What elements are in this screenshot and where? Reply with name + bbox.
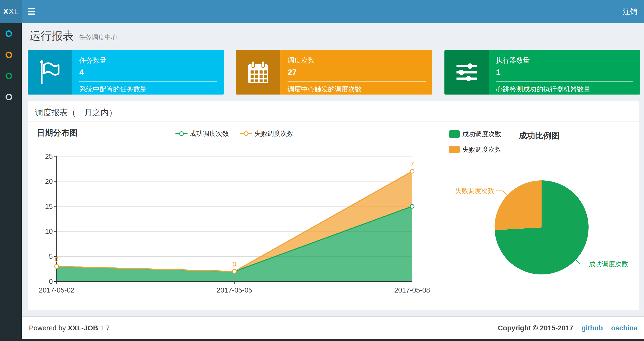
github-link[interactable]: github — [582, 324, 603, 332]
svg-text:失败调度次数: 失败调度次数 — [455, 187, 494, 194]
svg-text:25: 25 — [45, 152, 53, 160]
svg-text:2017-05-05: 2017-05-05 — [216, 286, 252, 294]
stat-desc: 调度中心触发的调度次数 — [288, 85, 426, 94]
page-subtitle: 任务调度中心 — [78, 34, 118, 41]
oschina-link[interactable]: oschina — [611, 324, 638, 332]
stat-desc: 系统中配置的任务数量 — [79, 85, 217, 94]
stat-card-triggers: 调度次数 27 调度中心触发的调度次数 — [236, 50, 432, 95]
stat-label: 任务数量 — [79, 56, 217, 65]
sidebar-item-menu-executor-manage[interactable] — [6, 94, 12, 100]
hamburger-icon — [28, 8, 35, 10]
svg-text:10: 10 — [45, 227, 53, 235]
app-logo[interactable]: XXL — [0, 0, 22, 23]
bottom-strip — [0, 339, 644, 341]
svg-text:20: 20 — [45, 177, 53, 185]
stat-card-executors: 执行器数量 1 心跳检测成功的执行器机器数量 — [444, 50, 640, 95]
svg-text:0: 0 — [55, 256, 58, 263]
svg-text:2017-05-08: 2017-05-08 — [394, 286, 430, 294]
sidebar-item-menu-job-manage[interactable] — [6, 52, 12, 58]
sidebar-item-menu-job-log[interactable] — [6, 73, 12, 79]
stat-card-jobs: 任务数量 4 系统中配置的任务数量 — [28, 50, 224, 95]
logout-link[interactable]: 注销 — [623, 0, 637, 23]
powered-by: Powered by XXL-JOB 1.7 — [29, 317, 110, 339]
date-distribution-chart: 05101520252017-05-022017-05-052017-05-08… — [28, 135, 433, 306]
stat-label: 执行器数量 — [496, 56, 634, 65]
main-footer: Powered by XXL-JOB 1.7 Copyright © 2015-… — [22, 316, 644, 339]
sliders-icon — [444, 50, 489, 95]
flag-icon — [28, 50, 72, 95]
svg-text:7: 7 — [410, 160, 414, 168]
page-header: 运行报表 任务调度中心 — [30, 29, 118, 44]
top-navbar: 注销 — [0, 0, 644, 23]
svg-text:成功调度次数: 成功调度次数 — [589, 260, 628, 268]
stat-label: 调度次数 — [288, 56, 426, 65]
svg-text:2017-05-02: 2017-05-02 — [39, 286, 74, 294]
stat-desc: 心跳检测成功的执行器机器数量 — [496, 85, 634, 94]
page-title: 运行报表 — [30, 30, 74, 42]
stat-value: 27 — [288, 68, 426, 77]
copyright-text: Copyright © 2015-2017 — [498, 324, 574, 332]
svg-text:15: 15 — [45, 203, 53, 210]
calendar-icon — [236, 50, 280, 95]
svg-text:0: 0 — [232, 260, 236, 268]
svg-text:5: 5 — [49, 252, 53, 260]
svg-text:0: 0 — [49, 277, 53, 285]
stat-value: 4 — [79, 68, 217, 77]
sidebar — [0, 23, 22, 341]
sidebar-item-menu-run-report[interactable] — [6, 30, 12, 37]
stat-value: 1 — [496, 68, 634, 77]
report-panel-title: 调度报表（一月之内） — [35, 107, 117, 118]
success-ratio-chart: 成功调度次数失败调度次数 — [448, 135, 639, 304]
product-name: XXL-JOB — [68, 324, 98, 332]
sidebar-toggle-button[interactable] — [26, 0, 42, 23]
report-panel-header: 调度报表（一月之内） — [28, 101, 639, 122]
